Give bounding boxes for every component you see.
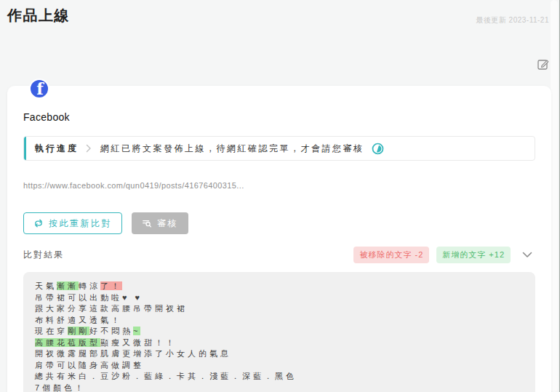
- added-text: 剛剛: [68, 327, 89, 335]
- added-text: 高腰花苞版型: [35, 338, 100, 347]
- text-segment: 顯瘦又微甜！！: [100, 338, 177, 347]
- content-line: 天氣漸漸轉涼了！: [35, 281, 524, 292]
- platform-name: Facebook: [23, 86, 535, 123]
- comparison-header: 比對結果 被移除的文字 -2 新增的文字 +12: [23, 247, 535, 263]
- text-segment: 開衩微露腿部肌膚更增添了小女人的氣息: [35, 349, 231, 358]
- text-segment: 現在穿: [35, 327, 68, 335]
- text-segment: 跟大家分享這款高腰吊帶開衩裙: [35, 304, 188, 313]
- text-segment: 總共有米白．豆沙粉．藍綠．卡其．淺藍．深藍．黑色: [35, 372, 297, 380]
- chevron-down-icon[interactable]: [522, 252, 532, 258]
- text-segment: 轉涼: [79, 281, 100, 290]
- text-segment: 肩帶可以隨身高做調整: [35, 361, 144, 369]
- content-line: 高腰花苞版型顯瘦又微甜！！: [35, 337, 524, 349]
- text-segment: 天氣: [35, 281, 57, 290]
- progress-description: 網紅已將文案發佈上線，待網紅確認完單，才會請您審核: [100, 143, 364, 155]
- comparison-title: 比對結果: [23, 249, 346, 261]
- content-line: 7個顏色！: [35, 383, 524, 392]
- facebook-icon: f: [29, 79, 49, 99]
- recompare-button-label: 按此重新比對: [49, 217, 112, 230]
- progress-label: 執行進度: [35, 143, 79, 155]
- recompare-button[interactable]: 按此重新比對: [23, 212, 122, 234]
- added-text: ~: [133, 327, 140, 335]
- teal-accent-bar: [24, 137, 26, 160]
- added-text-badge: 新增的文字 +12: [436, 247, 511, 263]
- edit-icon[interactable]: [537, 57, 550, 71]
- removed-text: 了！: [100, 281, 122, 290]
- list-search-icon: [142, 218, 152, 228]
- content-line: 現在穿剛剛好不悶熱~: [35, 326, 524, 337]
- content-lines: 天氣漸漸轉涼了！吊帶裙可以出動啦♥ ♥跟大家分享這款高腰吊帶開衩裙布料舒適又透氣…: [35, 281, 524, 392]
- content-line: 布料舒適又透氣！: [35, 315, 524, 327]
- page-title: 作品上線: [7, 6, 70, 25]
- last-update-timestamp: 最後更新 2023-11-21: [476, 15, 549, 25]
- post-url: https://www.facebook.com/qun0419/posts/4…: [23, 181, 535, 190]
- comparison-content-box: 天氣漸漸轉涼了！吊帶裙可以出動啦♥ ♥跟大家分享這款高腰吊帶開衩裙布料舒適又透氣…: [23, 272, 535, 392]
- text-segment: 布料舒適又透氣！: [35, 316, 122, 324]
- chevron-right-icon: [86, 144, 92, 153]
- page: { "page": { "title": "作品上線", "last_updat…: [0, 0, 560, 392]
- content-line: 開衩微露腿部肌膚更增添了小女人的氣息: [35, 348, 524, 360]
- execution-progress-bar: 執行進度 網紅已將文案發佈上線，待網紅確認完單，才會請您審核: [23, 136, 535, 161]
- review-button-label: 審核: [157, 217, 178, 230]
- added-text: 漸漸: [57, 281, 79, 290]
- content-line: 總共有米白．豆沙粉．藍綠．卡其．淺藍．深藍．黑色: [35, 371, 524, 383]
- refresh-icon: [33, 218, 44, 228]
- content-line: 跟大家分享這款高腰吊帶開衩裙: [35, 303, 524, 315]
- review-button[interactable]: 審核: [132, 212, 188, 234]
- text-segment: 好不悶熱: [89, 327, 133, 335]
- text-segment: 7個顏色！: [35, 383, 86, 392]
- text-segment: 吊帶裙可以出動啦♥ ♥: [35, 293, 143, 302]
- half-clock-icon: [372, 143, 384, 155]
- scrollbar-track[interactable]: [551, 0, 558, 392]
- content-line: 吊帶裙可以出動啦♥ ♥: [35, 292, 524, 304]
- action-buttons: 按此重新比對 審核: [23, 212, 535, 234]
- removed-text-badge: 被移除的文字 -2: [353, 247, 429, 263]
- content-line: 肩帶可以隨身高做調整: [35, 360, 524, 372]
- platform-card: Facebook 執行進度 網紅已將文案發佈上線，待網紅確認完單，才會請您審核 …: [7, 86, 551, 392]
